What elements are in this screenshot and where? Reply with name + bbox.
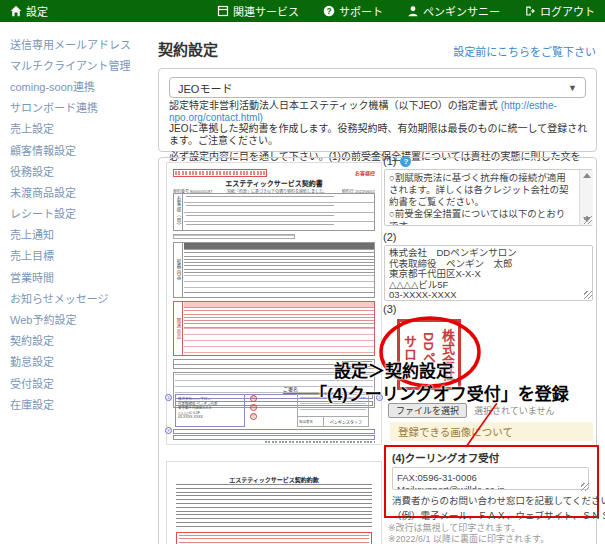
contract-staff-row: 担当者名 ペンギンスタッフ — [298, 416, 368, 426]
contract-staff-label: 担当者名 — [298, 417, 324, 426]
section3-label-row: (3) — [383, 303, 396, 315]
terms-doc-title: エステティックサービス契約約款 — [167, 475, 381, 484]
contract-goods-label: 関連商品 — [174, 302, 183, 355]
coolingoff-contact-input[interactable]: FAX:0596-31-0006 Mail:support@willdo.co.… — [392, 467, 589, 490]
circled-number-2: ② — [165, 394, 172, 401]
nav-support-label: サポート — [339, 3, 383, 19]
page-title: 契約設定 — [158, 38, 218, 59]
contract-party-b-box: 株式会社○○○○サロン 代表取締役 ペンギン代表 東京都千代田区3-X-X △△… — [175, 394, 245, 427]
image-info-banner[interactable]: 登録できる画像について — [390, 422, 593, 441]
window-icon — [217, 5, 229, 17]
seal-icon: 印 — [250, 404, 257, 411]
annotation-text-line1: 設定＞契約設定 — [334, 357, 453, 382]
contract-service-table: 役務内容 — [173, 242, 375, 298]
contract-seal-column: 印 印 印 — [249, 394, 258, 427]
annotation-text-line2: 「(4)クーリングオフ受付」を登録 — [310, 380, 569, 405]
contract-settings-screen: 設定 関連サービス ? サポート ペンギンサニー ログアウト 送信専用メールアド… — [0, 0, 605, 544]
file-select-status: 選択されていません — [474, 404, 554, 417]
contract-preview-notice-box — [173, 169, 267, 177]
sidebar-item-business-hours[interactable]: 営業時間 — [10, 266, 152, 287]
sidebar-item-contract-settings[interactable]: 契約設定 — [10, 330, 152, 351]
contract-doc-title: エステティックサービス契約書 — [167, 178, 381, 188]
seal-icon: 印 — [250, 413, 257, 420]
contract-service-rows — [184, 249, 374, 275]
nav-right-group: 関連サービス ? サポート ペンギンサニー ログアウト — [217, 3, 595, 19]
contract-customer-table: お客様（甲） — [173, 193, 375, 231]
nav-logout[interactable]: ログアウト — [524, 3, 595, 19]
sidebar-item-send-mail[interactable]: 送信専用メールアドレス — [10, 33, 152, 54]
pre-setup-help-link[interactable]: 設定前にこちらをご覧下さい — [453, 43, 596, 59]
sidebar-item-customer-info[interactable]: 顧客情報設定 — [10, 139, 152, 160]
sidebar-item-attendance[interactable]: 勤怠設定 — [10, 351, 152, 372]
terms-body-lines — [176, 484, 372, 530]
terms-preview-image: エステティックサービス契約約款 — [166, 461, 382, 544]
contract-customer-rows — [184, 194, 374, 230]
file-select-button[interactable]: ファイルを選択 — [388, 403, 467, 418]
sidebar-item-salonboard[interactable]: サロンボード連携 — [10, 97, 152, 118]
sidebar-item-coming-soon[interactable]: coming-soon連携 — [10, 75, 152, 96]
sidebar-item-multiclient[interactable]: マルチクライアント管理 — [10, 54, 152, 75]
sidebar-item-sales-settings[interactable]: 売上設定 — [10, 118, 152, 139]
jeo-mode-card: JEOモード ▼ 認定特定非営利活動法人日本エステティック機構（以下JEO）の指… — [158, 68, 597, 152]
sidebar-item-sales-notice[interactable]: 売上通知 — [10, 224, 152, 245]
jeo-mode-select[interactable]: JEOモード ▼ — [169, 77, 586, 98]
jeo-desc-line2: JEOに準拠した契約書を作成します。役務契約時、有効期限は最長のものに統一して登… — [169, 123, 588, 146]
jeo-desc-line1-text: 認定特定非営利活動法人日本エステティック機構（以下JEO）の指定書式 — [169, 100, 501, 111]
home-icon — [10, 5, 22, 17]
sidebar-item-notice-message[interactable]: お知らせメッセージ — [10, 287, 152, 308]
question-icon: ? — [323, 5, 335, 17]
section4-note2: ※2022/6/1 以降に裏面に印字されます。 — [388, 532, 549, 544]
sidebar-item-web-reservation[interactable]: Web予約設定 — [10, 308, 152, 329]
nav-related-services-label: 関連サービス — [233, 3, 299, 19]
circled-number-4: ④ — [165, 427, 172, 434]
nav-logout-label: ログアウト — [540, 3, 595, 19]
settings-sidebar: 送信専用メールアドレス マルチクライアント管理 coming-soon連携 サロ… — [0, 22, 152, 414]
contract-service-total-row — [184, 292, 374, 297]
sidebar-item-reception[interactable]: 受付設定 — [10, 372, 152, 393]
sidebar-item-sales-target[interactable]: 売上目標 — [10, 245, 152, 266]
section4-help1: 消費者からのお問い合わせ窓口を記載してください。 — [392, 493, 591, 507]
jeo-desc-line1: 認定特定非営利活動法人日本エステティック機構（以下JEO）の指定書式 (http… — [169, 100, 588, 123]
nav-support[interactable]: ? サポート — [323, 3, 383, 19]
section4-label: (4)クーリングオフ受付 — [392, 450, 597, 465]
deposit-protection-textarea[interactable]: ○割賦販売法に基づく抗弁権の接続が適用されます。詳しくは各クレジット会社の契約書… — [384, 169, 593, 226]
contract-period-row — [173, 234, 295, 239]
terms-coolingoff-redbox — [176, 532, 372, 544]
sidebar-item-inventory[interactable]: 在庫設定 — [10, 393, 152, 414]
nav-account-label: ペンギンサニー — [423, 3, 500, 19]
contract-coolingoff-row — [173, 429, 375, 434]
scroll-up-icon[interactable] — [583, 173, 591, 178]
user-icon — [407, 5, 419, 17]
contract-copy-tag: お客様控 — [355, 169, 375, 176]
help-icon[interactable]: ? — [400, 156, 411, 167]
section2-label-row: (2) — [383, 231, 396, 243]
contract-staff-name: ペンギンスタッフ — [324, 419, 368, 425]
section4-help2: （例）電子メール、ＦＡＸ、ウェブサイト、ＳＮＳアカウント等 — [392, 508, 591, 522]
contract-goods-rows — [184, 307, 374, 328]
contract-coolingoff-box — [173, 435, 375, 440]
contract-goods-empty-rows — [184, 328, 374, 355]
contract-customer-label: お客様（甲） — [174, 194, 183, 230]
stamp-file-input: ファイルを選択 選択されていません — [388, 403, 554, 418]
nav-account[interactable]: ペンギンサニー — [407, 3, 500, 19]
logout-icon — [524, 5, 536, 17]
seal-icon: 印 — [250, 395, 257, 402]
company-info-textarea[interactable]: 株式会社 DDペンギンサロン 代表取締役 ペンギン 太郎 東京都千代田区X-X-… — [384, 245, 593, 301]
section2-label: (2) — [383, 231, 396, 243]
sidebar-item-undelivered-goods[interactable]: 未渡商品設定 — [10, 181, 152, 202]
section3-label: (3) — [383, 303, 396, 315]
sidebar-item-service-settings[interactable]: 役務設定 — [10, 160, 152, 181]
contract-service-empty-rows — [184, 275, 374, 292]
nav-home[interactable]: 設定 — [10, 3, 48, 19]
contract-service-label: 役務内容 — [174, 243, 183, 297]
sidebar-item-receipt-settings[interactable]: レシート設定 — [10, 203, 152, 224]
resize-grip-icon[interactable] — [581, 483, 589, 491]
svg-text:?: ? — [326, 7, 331, 16]
nav-related-services[interactable]: 関連サービス — [217, 3, 299, 19]
coolingoff-highlight-box: (4)クーリングオフ受付 FAX:0596-31-0006 Mail:suppo… — [384, 445, 599, 518]
resize-grip-icon[interactable] — [584, 216, 592, 224]
resize-grip-icon[interactable] — [584, 291, 592, 299]
section1-label-row: (1) ? — [383, 155, 411, 167]
contract-footer-line — [265, 441, 375, 443]
chevron-down-icon: ▼ — [568, 83, 577, 93]
